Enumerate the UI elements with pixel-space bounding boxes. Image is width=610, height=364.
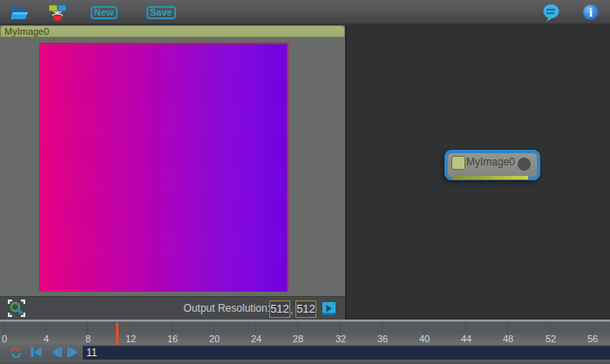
svg-text:i: i (589, 6, 593, 19)
